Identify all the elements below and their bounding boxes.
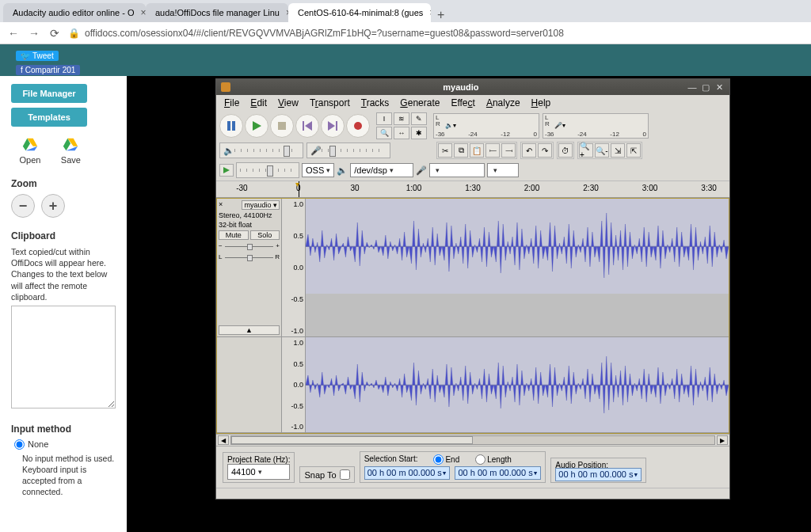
multi-tool[interactable]: ✱ [411, 127, 427, 139]
open-drive-button[interactable]: Open [11, 136, 49, 165]
silence-button[interactable]: ⟞ [501, 143, 516, 158]
horizontal-scrollbar[interactable]: ◀ ▶ [216, 434, 729, 446]
timeshift-tool[interactable]: ↔ [394, 127, 409, 139]
project-rate-select[interactable]: 44100 ▾ [227, 464, 290, 480]
collapse-button[interactable]: ▲ [219, 325, 280, 335]
window-titlebar[interactable]: myaudio — ▢ ✕ [216, 79, 729, 95]
menu-analyze[interactable]: Analyze [486, 97, 520, 108]
save-drive-button[interactable]: Save [51, 136, 89, 165]
tab-1[interactable]: auda!OffiDocs file manager Linu× [146, 3, 288, 22]
stop-button[interactable] [270, 114, 294, 138]
envelope-tool[interactable]: ≋ [394, 112, 409, 125]
pan-slider[interactable]: LR [219, 254, 280, 262]
menu-file[interactable]: File [224, 97, 239, 108]
fit-project-button[interactable]: ⇱ [626, 143, 641, 158]
fit-selection-button[interactable]: ⇲ [611, 143, 625, 158]
zoom-in-button[interactable]: 🔍+ [579, 143, 593, 158]
draw-tool[interactable]: ✎ [411, 112, 427, 125]
reload-button[interactable]: ⟳ [48, 27, 62, 40]
input-none-radio-input[interactable] [14, 439, 25, 450]
maximize-icon[interactable]: ▢ [700, 82, 711, 93]
skip-end-button[interactable] [321, 114, 345, 138]
tab-0[interactable]: Audacity audio editor online - O× [3, 3, 146, 22]
menu-edit[interactable]: Edit [250, 97, 267, 108]
output-volume-slider[interactable]: 🔈 [219, 142, 303, 158]
tweet-button[interactable]: 🐦Tweet [16, 51, 59, 61]
tab-label: CentOS-610-64-minimal:8 (gues [298, 8, 423, 17]
clipboard-textarea[interactable] [11, 306, 116, 408]
mute-button[interactable]: Mute [219, 230, 249, 240]
clipboard-heading: Clipboard [11, 230, 116, 241]
menu-tracks[interactable]: Tracks [361, 97, 390, 108]
track-rate: Stereo, 44100Hz [219, 211, 280, 219]
trim-button[interactable]: ⟝ [485, 143, 500, 158]
copy-button[interactable]: ⧉ [454, 143, 468, 158]
input-none-radio[interactable]: None [14, 439, 116, 450]
menu-transport[interactable]: Transport [310, 97, 350, 108]
menu-help[interactable]: Help [531, 97, 551, 108]
back-button[interactable]: ← [6, 27, 21, 40]
remote-desktop[interactable]: myaudio — ▢ ✕ File Edit View Transport T… [127, 76, 811, 532]
waveform-channel-right[interactable] [306, 337, 729, 432]
skip-start-button[interactable] [295, 114, 319, 138]
scrollbar-thumb[interactable] [231, 436, 473, 444]
timeline-ruler[interactable]: -30 0 30 1:00 1:30 2:00 2:30 3:00 3:30 [216, 180, 729, 198]
audio-host-select[interactable]: OSS▾ [302, 163, 334, 177]
gain-slider[interactable]: −+ [219, 243, 280, 251]
menu-view[interactable]: View [278, 97, 299, 108]
new-tab-button[interactable]: + [431, 8, 451, 22]
snap-to-checkbox[interactable] [340, 469, 350, 480]
record-meter[interactable]: LR 🎤▾ -36-24-120 [543, 113, 649, 139]
play-at-speed-button[interactable] [219, 164, 234, 177]
url-field[interactable]: 🔒 offidocs.com/osessionx04/#/client/REVG… [68, 28, 805, 39]
play-button[interactable] [245, 114, 268, 138]
cut-button[interactable]: ✂ [438, 143, 452, 158]
selection-end-field[interactable]: 00 h 00 m 00.000 s▾ [455, 466, 541, 480]
selection-tool[interactable]: I [376, 112, 392, 125]
track-name-dropdown[interactable]: myaudio ▾ [242, 200, 280, 210]
record-button[interactable] [346, 114, 370, 138]
scroll-left-icon[interactable]: ◀ [218, 435, 229, 445]
output-device-select[interactable]: /dev/dsp▾ [350, 163, 413, 177]
selection-toolbar: Project Rate (Hz): 44100 ▾ Snap To Selec… [216, 446, 729, 488]
pause-button[interactable] [219, 114, 243, 138]
input-device-select[interactable]: ▾ [429, 163, 485, 177]
paste-button[interactable]: 📋 [470, 143, 484, 158]
input-channels-select[interactable]: ▾ [487, 163, 519, 177]
input-help-text: No input method is used. Keyboard input … [11, 453, 116, 498]
zoom-tool[interactable]: 🔍 [376, 127, 392, 139]
end-radio[interactable] [433, 454, 444, 465]
solo-button[interactable]: Solo [250, 230, 280, 240]
zoom-in-button[interactable]: + [41, 194, 65, 218]
close-icon[interactable]: ✕ [714, 82, 725, 93]
length-radio[interactable] [475, 454, 485, 465]
menu-effect[interactable]: Effect [451, 97, 474, 108]
chevron-down-icon: ▾ [258, 468, 262, 476]
selection-start-field[interactable]: 00 h 00 m 00.000 s▾ [364, 466, 451, 480]
svg-marker-15 [223, 167, 230, 173]
zoom-out-button[interactable]: − [11, 194, 35, 218]
play-cursor[interactable] [299, 181, 299, 197]
track-close-icon[interactable]: × [219, 200, 223, 210]
tab-2[interactable]: CentOS-610-64-minimal:8 (gues× [288, 3, 431, 22]
minimize-icon[interactable]: — [687, 82, 698, 92]
input-volume-slider[interactable]: 🎤 [307, 142, 390, 158]
sync-lock-button[interactable]: ⏱ [558, 143, 573, 158]
audio-position-field[interactable]: 00 h 00 m 00.000 s▾ [555, 468, 642, 481]
track-control-panel[interactable]: ×myaudio ▾ Stereo, 44100Hz 32-bit float … [217, 199, 282, 336]
waveform-channel-left[interactable] [306, 199, 729, 294]
redo-button[interactable]: ↷ [538, 143, 552, 158]
scroll-right-icon[interactable]: ▶ [717, 435, 728, 445]
svg-rect-10 [303, 121, 304, 131]
fb-share-button[interactable]: fCompartir 201 [16, 65, 80, 75]
templates-button[interactable]: Templates [11, 108, 87, 127]
undo-button[interactable]: ↶ [522, 143, 536, 158]
playback-speed-slider[interactable] [236, 162, 299, 178]
svg-rect-9 [278, 122, 286, 130]
file-manager-button[interactable]: File Manager [11, 84, 87, 103]
playback-meter[interactable]: LR 🔈▾ -36-24-120 [433, 113, 539, 139]
menu-generate[interactable]: Generate [400, 97, 440, 108]
zoom-out-button[interactable]: 🔍- [595, 143, 609, 158]
tab-label: Audacity audio editor online - O [13, 8, 134, 17]
forward-button[interactable]: → [27, 27, 41, 40]
